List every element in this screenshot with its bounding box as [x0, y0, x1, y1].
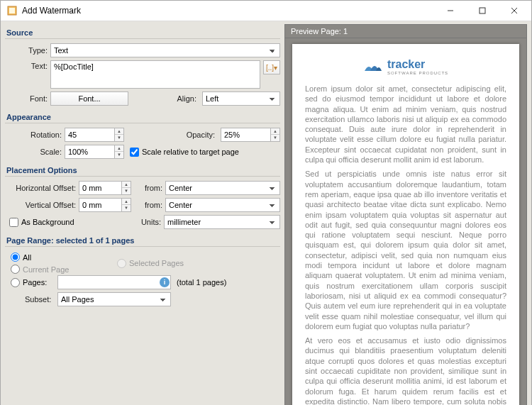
opacity-input[interactable]: [221, 128, 270, 142]
align-select[interactable]: Left: [202, 91, 280, 106]
info-icon: i: [160, 277, 170, 287]
units-label: Units:: [133, 218, 161, 226]
titlebar: Add Watermark: [1, 1, 531, 21]
font-label: Font:: [5, 94, 48, 103]
minimize-button[interactable]: [434, 1, 466, 21]
rotation-label: Rotation:: [5, 131, 62, 139]
preview-area: Watermark tracker SOFTWARE PRODUCTS Lore…: [284, 38, 527, 405]
rotation-spinner[interactable]: ▲▼: [65, 128, 124, 142]
opacity-spinner[interactable]: ▲▼: [221, 128, 280, 142]
placement-section-label: Placement Options: [5, 162, 280, 177]
units-select[interactable]: millimeter: [164, 215, 280, 229]
vfrom-select[interactable]: Center: [165, 198, 280, 212]
hfrom-label: from:: [134, 184, 162, 192]
scale-label: Scale:: [5, 148, 62, 156]
source-section-label: Source: [5, 24, 280, 39]
pages-input[interactable]: [57, 275, 171, 289]
opacity-label: Opacity:: [127, 131, 218, 139]
radio-pages[interactable]: Pages:: [11, 278, 55, 287]
hoffset-input[interactable]: [79, 181, 121, 195]
font-button[interactable]: Font...: [50, 91, 128, 106]
scale-spinner[interactable]: ▲▼: [65, 145, 124, 159]
hoffset-spinner[interactable]: ▲▼: [79, 181, 131, 195]
logo: tracker SOFTWARE PRODUCTS: [305, 58, 506, 75]
macro-button[interactable]: [..]▾: [263, 60, 280, 74]
add-watermark-dialog: Add Watermark Source Type: Text Text: %[…: [0, 0, 532, 405]
vfrom-label: from:: [134, 201, 162, 209]
app-icon: [6, 5, 18, 16]
radio-current[interactable]: Current Page: [5, 263, 111, 275]
subset-select[interactable]: All Pages: [57, 292, 171, 306]
appearance-section-label: Appearance: [5, 109, 280, 123]
scale-relative-checkbox[interactable]: Scale relative to target page: [130, 148, 239, 157]
as-background-checkbox[interactable]: As Background: [5, 218, 130, 227]
scale-input[interactable]: [65, 145, 114, 159]
preview-page: Watermark tracker SOFTWARE PRODUCTS Lore…: [292, 44, 519, 405]
total-pages-text: (total 1 pages): [177, 278, 226, 287]
radio-all[interactable]: All: [5, 251, 111, 263]
rotation-input[interactable]: [65, 128, 114, 142]
maximize-button[interactable]: [466, 1, 498, 21]
window-title: Add Watermark: [22, 6, 434, 16]
subset-label: Subset:: [11, 295, 55, 304]
svg-rect-3: [480, 8, 485, 13]
close-button[interactable]: [498, 1, 530, 21]
type-select[interactable]: Text: [50, 43, 280, 57]
hoffset-label: Horizontal Offset:: [5, 184, 76, 192]
type-label: Type:: [5, 46, 48, 55]
logo-icon: [363, 58, 383, 75]
text-label: Text:: [5, 60, 48, 70]
voffset-input[interactable]: [79, 198, 121, 212]
align-label: Align:: [131, 94, 199, 103]
preview-header: Preview Page: 1: [284, 24, 527, 38]
text-input[interactable]: %[DocTitle]: [50, 60, 260, 89]
radio-selected[interactable]: Selected Pages: [111, 251, 189, 275]
voffset-spinner[interactable]: ▲▼: [79, 198, 131, 212]
svg-rect-1: [9, 8, 15, 13]
pagerange-section-label: Page Range: selected 1 of 1 pages: [5, 232, 280, 247]
voffset-label: Vertical Offset:: [5, 201, 76, 209]
hfrom-select[interactable]: Center: [165, 181, 280, 195]
